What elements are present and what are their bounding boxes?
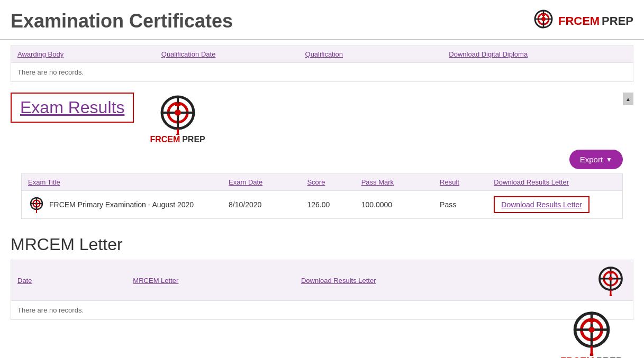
download-results-letter-link[interactable]: Download Results Letter — [494, 196, 589, 213]
svg-point-20 — [35, 203, 38, 205]
svg-point-11 — [175, 109, 181, 116]
results-col-score[interactable]: Score — [307, 178, 356, 186]
exam-date: 8/10/2020 — [229, 200, 302, 209]
mid-frcem-logo-icon — [157, 93, 199, 135]
col-download-diploma[interactable]: Download Digital Diploma — [449, 50, 627, 58]
results-table-header: Exam Title Exam Date Score Pass Mark Res… — [22, 174, 622, 191]
mrcem-logo-prep-text: PREP — [596, 356, 622, 358]
export-arrow-icon: ▼ — [606, 156, 612, 163]
results-table: Exam Title Exam Date Score Pass Mark Res… — [21, 173, 623, 219]
mrcem-bottom-logo-text: FRCEM PREP — [560, 356, 622, 358]
exam-score: 126.00 — [307, 200, 356, 209]
svg-point-22 — [36, 213, 38, 214]
export-row: Export ▼ — [21, 150, 623, 169]
mrcem-bottom-logo-icon — [568, 308, 615, 356]
mrcem-logo-icon — [595, 264, 627, 296]
mid-logo-text: FRCEM PREP — [150, 135, 205, 144]
header-logo: FRCEM PREP — [531, 8, 633, 34]
certificates-table: Awarding Body Qualification Date Qualifi… — [11, 45, 633, 82]
mrcem-section-title: MRCEM Letter — [11, 235, 633, 254]
exam-pass-mark: 100.0000 — [361, 200, 434, 209]
page-header: Examination Certificates FRCEM PREP — [0, 0, 644, 40]
svg-rect-29 — [610, 271, 611, 275]
mrcem-header-logo — [522, 264, 627, 296]
svg-rect-38 — [591, 318, 592, 324]
mrcem-col-date[interactable]: Date — [17, 277, 122, 284]
exam-results-section: Exam Results FRCEM — [0, 87, 644, 230]
mrcem-no-records: There are no records. — [11, 301, 633, 319]
download-results-cell: Download Results Letter — [494, 196, 616, 213]
mrcem-col-letter[interactable]: MRCEM Letter — [133, 277, 291, 284]
exam-name: FRCEM Primary Examination - August 2020 — [49, 200, 194, 209]
exam-results-header: Exam Results FRCEM — [11, 93, 633, 144]
export-button[interactable]: Export ▼ — [569, 150, 623, 169]
svg-point-36 — [588, 327, 594, 333]
results-col-result[interactable]: Result — [440, 178, 488, 186]
logo-prep-text: PREP — [602, 14, 633, 27]
results-col-download[interactable]: Download Results Letter — [494, 178, 616, 186]
mrcem-logo-frcem-text: FRCEM — [560, 356, 594, 358]
mrcem-bottom-logo: FRCEM PREP — [560, 308, 622, 358]
page-title: Examination Certificates — [11, 10, 233, 32]
certificates-table-header: Awarding Body Qualification Date Qualifi… — [11, 46, 633, 63]
scroll-up-button[interactable]: ▲ — [623, 93, 633, 105]
mrcem-table-header: Date MRCEM Letter Download Results Lette… — [11, 260, 633, 301]
results-col-exam-title[interactable]: Exam Title — [28, 178, 223, 186]
mrcem-table: Date MRCEM Letter Download Results Lette… — [11, 260, 633, 320]
table-row: FRCEM Primary Examination - August 2020 … — [22, 191, 622, 218]
mid-logo-prep: PREP — [182, 135, 205, 144]
svg-point-27 — [609, 277, 613, 281]
export-label: Export — [580, 155, 603, 164]
exam-results-title: Exam Results — [20, 98, 124, 117]
certificates-section: Awarding Body Qualification Date Qualifi… — [0, 45, 644, 82]
results-col-exam-date[interactable]: Exam Date — [229, 178, 302, 186]
svg-point-31 — [610, 294, 612, 296]
exam-result: Pass — [440, 200, 488, 209]
svg-rect-6 — [543, 14, 544, 17]
col-qualification[interactable]: Qualification — [305, 50, 439, 58]
exam-results-mid-logo: FRCEM PREP — [150, 93, 205, 144]
svg-point-4 — [541, 17, 546, 21]
results-col-pass-mark[interactable]: Pass Mark — [361, 178, 434, 186]
col-qualification-date[interactable]: Qualification Date — [161, 50, 295, 58]
exam-results-title-box: Exam Results — [11, 93, 134, 123]
mid-logo-frcem: FRCEM — [150, 135, 180, 144]
row-frcem-logo-icon — [28, 196, 45, 213]
frcem-logo-icon — [531, 8, 556, 34]
svg-rect-13 — [177, 103, 178, 107]
mrcem-section: MRCEM Letter Date MRCEM Letter Download … — [0, 230, 644, 331]
mrcem-col-download[interactable]: Download Results Letter — [301, 277, 511, 284]
exam-name-cell: FRCEM Primary Examination - August 2020 — [28, 196, 223, 213]
logo-text-group: FRCEM PREP — [558, 14, 633, 28]
certificates-no-records: There are no records. — [11, 63, 633, 81]
logo-frcem-text: FRCEM — [558, 14, 600, 27]
col-awarding-body[interactable]: Awarding Body — [17, 50, 151, 58]
